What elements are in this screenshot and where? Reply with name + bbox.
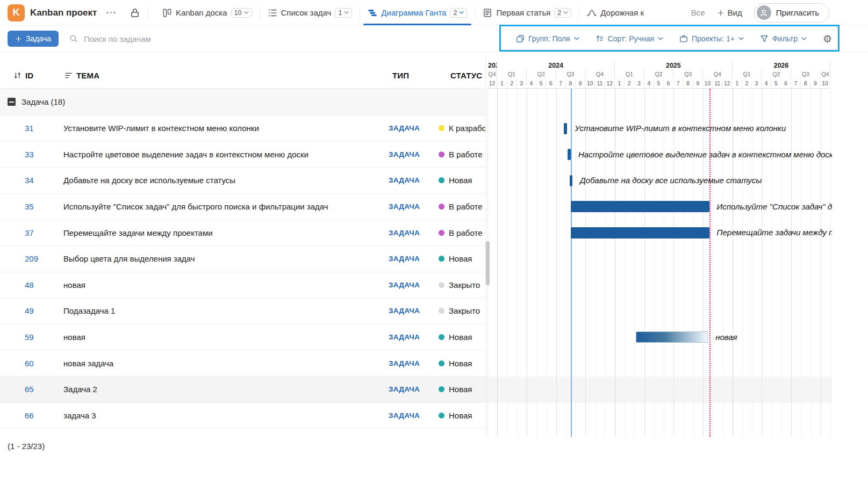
cell-task-title[interactable]: Добавьте на доску все используемые стату… bbox=[63, 176, 389, 185]
kanban-board-icon bbox=[162, 8, 172, 18]
table-row[interactable]: 65Задача 2ЗАДАЧАНовая bbox=[0, 377, 485, 403]
cell-task-status[interactable]: Закрыто bbox=[435, 306, 485, 315]
cell-task-title[interactable]: Подазадача 1 bbox=[63, 306, 389, 315]
header-status[interactable]: СТАТУС bbox=[435, 71, 485, 80]
search-input[interactable] bbox=[83, 34, 289, 44]
cell-task-id[interactable]: 60 bbox=[0, 359, 63, 368]
table-scrollbar[interactable] bbox=[486, 241, 490, 285]
tab-2[interactable]: Список задач1 bbox=[260, 0, 360, 25]
table-row[interactable]: 31Установите WIP-лимит в контекстном мен… bbox=[0, 115, 485, 142]
tab-badge[interactable]: 10 bbox=[231, 8, 252, 18]
cell-task-id[interactable]: 48 bbox=[0, 280, 63, 290]
cell-task-title[interactable]: задача 3 bbox=[63, 411, 389, 420]
status-label: Новая bbox=[449, 359, 472, 368]
tab-badge[interactable]: 1 bbox=[335, 8, 352, 18]
project-menu-icon[interactable] bbox=[105, 9, 117, 17]
add-view-button[interactable]: Вид bbox=[717, 8, 742, 17]
table-row[interactable]: 209Выбор цвета для выделения задачЗАДАЧА… bbox=[0, 246, 485, 272]
table-row[interactable]: 35Используйте "Список задач" для быстрог… bbox=[0, 194, 485, 220]
settings-gear-icon[interactable]: ⚙ bbox=[823, 34, 832, 44]
cell-task-status[interactable]: Новая bbox=[435, 385, 485, 394]
timeline-quarter: Q4 bbox=[821, 70, 830, 78]
tab-5[interactable]: Дорожная к bbox=[579, 0, 651, 25]
cell-task-id[interactable]: 59 bbox=[0, 333, 63, 342]
timeline-month: 1 bbox=[732, 78, 742, 88]
cell-task-id[interactable]: 31 bbox=[0, 124, 63, 133]
timeline-quarter: Q3 bbox=[791, 70, 821, 78]
cell-task-title[interactable]: Задача 2 bbox=[63, 385, 389, 394]
control-sort[interactable]: Сорт: Ручная bbox=[596, 34, 663, 43]
header-title[interactable]: ТЕМА bbox=[76, 71, 99, 80]
gantt-bar-33[interactable] bbox=[568, 149, 571, 160]
timeline-month: 7 bbox=[791, 78, 801, 88]
cell-task-type: ЗАДАЧА bbox=[389, 203, 435, 211]
project-title[interactable]: Kanban проект bbox=[30, 8, 97, 18]
projects-icon bbox=[679, 34, 688, 43]
cell-task-status[interactable]: Новая bbox=[435, 333, 485, 342]
cell-task-id[interactable]: 66 bbox=[0, 411, 63, 420]
cell-task-id[interactable]: 209 bbox=[0, 254, 63, 263]
control-group[interactable]: Групп: Поля bbox=[516, 34, 579, 43]
cell-task-status[interactable]: Новая bbox=[435, 176, 485, 185]
timeline-month: 10 bbox=[820, 78, 830, 88]
table-row[interactable]: 34Добавьте на доску все используемые ста… bbox=[0, 168, 485, 194]
header-id[interactable]: ID bbox=[25, 71, 33, 80]
cell-task-status[interactable]: В работе bbox=[435, 202, 485, 211]
cell-task-status[interactable]: Новая bbox=[435, 359, 485, 368]
cell-task-type: ЗАДАЧА bbox=[389, 281, 435, 289]
cell-task-title[interactable]: Установите WIP-лимит в контекстном меню … bbox=[63, 124, 389, 133]
timeline-month: 8 bbox=[801, 78, 810, 88]
plus-icon bbox=[717, 9, 724, 17]
control-projects[interactable]: Проекты: 1+ bbox=[679, 34, 744, 43]
tab-badge[interactable]: 2 bbox=[554, 8, 571, 18]
gantt-bar-35[interactable] bbox=[571, 201, 709, 212]
tab-4[interactable]: Первая статья2 bbox=[475, 0, 579, 25]
cell-task-title[interactable]: Перемещайте задачи между проектами bbox=[63, 228, 389, 237]
timeline-quarter: Q2 bbox=[762, 70, 791, 78]
cell-task-status[interactable]: К разработке bbox=[435, 124, 485, 133]
workspace-logo[interactable]: K bbox=[8, 4, 25, 21]
cell-task-title[interactable]: новая задача bbox=[63, 359, 389, 368]
add-task-button[interactable]: Задача bbox=[8, 31, 59, 47]
control-filter[interactable]: Фильтр bbox=[760, 34, 807, 43]
cell-task-id[interactable]: 33 bbox=[0, 150, 63, 159]
cell-task-type: ЗАДАЧА bbox=[389, 229, 435, 237]
cell-task-id[interactable]: 35 bbox=[0, 202, 63, 211]
tab-badge[interactable]: 2 bbox=[450, 8, 467, 18]
cell-task-id[interactable]: 49 bbox=[0, 306, 63, 315]
cell-task-title[interactable]: Используйте "Список задач" для быстрого … bbox=[63, 202, 389, 211]
gantt-bar-37[interactable] bbox=[571, 227, 709, 238]
table-row[interactable]: 59новаяЗАДАЧАНовая bbox=[0, 324, 485, 351]
status-dot bbox=[439, 230, 444, 236]
cell-task-status[interactable]: В работе bbox=[435, 150, 485, 159]
group-row[interactable]: Задача (18) bbox=[0, 89, 485, 115]
table-row[interactable]: 66задача 3ЗАДАЧАНовая bbox=[0, 403, 485, 429]
invite-button[interactable]: Пригласить bbox=[754, 3, 829, 23]
cell-task-title[interactable]: Настройте цветовое выделение задач в кон… bbox=[63, 150, 389, 159]
cell-task-status[interactable]: Закрыто bbox=[435, 280, 485, 290]
gantt-bar-31[interactable] bbox=[564, 123, 567, 134]
cell-task-title[interactable]: Выбор цвета для выделения задач bbox=[63, 254, 389, 263]
tab-1[interactable]: Kanban доска10 bbox=[155, 0, 260, 25]
all-views-button[interactable]: Все bbox=[691, 8, 705, 17]
cell-task-status[interactable]: В работе bbox=[435, 228, 485, 237]
cell-task-status[interactable]: Новая bbox=[435, 411, 485, 420]
table-row[interactable]: 60новая задачаЗАДАЧАНовая bbox=[0, 350, 485, 377]
table-row[interactable]: 49Подазадача 1ЗАДАЧАЗакрыто bbox=[0, 298, 485, 324]
collapse-group-icon[interactable] bbox=[8, 98, 16, 106]
cell-task-id[interactable]: 37 bbox=[0, 228, 63, 237]
gantt-bar-34[interactable] bbox=[570, 175, 572, 186]
cell-task-id[interactable]: 65 bbox=[0, 385, 63, 394]
access-lock-icon[interactable] bbox=[130, 8, 140, 18]
cell-task-status[interactable]: Новая bbox=[435, 254, 485, 263]
gantt-bar-59[interactable] bbox=[636, 331, 708, 343]
table-row[interactable]: 33Настройте цветовое выделение задач в к… bbox=[0, 142, 485, 168]
cell-task-title[interactable]: новая bbox=[63, 280, 389, 290]
id-sort-icon[interactable] bbox=[13, 71, 21, 80]
tab-3[interactable]: Диаграмма Ганта2 bbox=[360, 0, 475, 25]
cell-task-title[interactable]: новая bbox=[63, 333, 389, 342]
cell-task-id[interactable]: 34 bbox=[0, 176, 63, 185]
header-type[interactable]: ТИП bbox=[389, 71, 435, 80]
table-row[interactable]: 37Перемещайте задачи между проектамиЗАДА… bbox=[0, 220, 485, 246]
table-row[interactable]: 48новаяЗАДАЧАЗакрыто bbox=[0, 272, 485, 299]
